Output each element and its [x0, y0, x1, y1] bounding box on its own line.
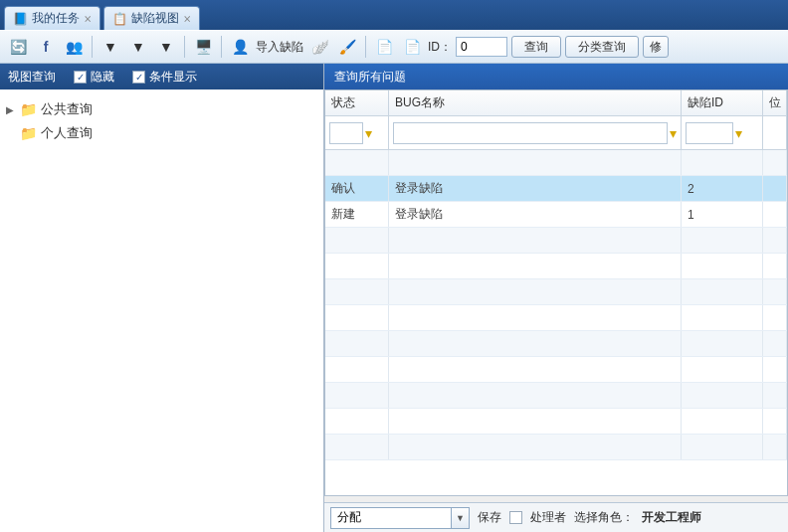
col-defect-id[interactable]: 缺陷ID — [682, 90, 763, 115]
doc-delete-icon[interactable]: 📄 — [400, 35, 424, 59]
action-combo[interactable]: ▼ — [330, 507, 470, 529]
sidebar: 视图查询 隐藏 条件显示 ▶ 📁 公共查询 📁 个人查询 — [0, 64, 324, 532]
cell-id: 1 — [682, 202, 763, 227]
tree-item-personal-query[interactable]: 📁 个人查询 — [6, 121, 317, 145]
edit-button[interactable]: 修 — [643, 36, 669, 58]
brush-icon[interactable]: 🖌️ — [335, 35, 359, 59]
save-button[interactable]: 保存 — [478, 509, 501, 526]
separator — [221, 36, 222, 58]
grid-body[interactable]: 确认 登录缺陷 2 新建 登录缺陷 1 — [325, 150, 787, 495]
wing-icon[interactable]: 🪽 — [307, 35, 331, 59]
tree: ▶ 📁 公共查询 📁 个人查询 — [0, 89, 323, 153]
monitor-icon[interactable]: 🖥️ — [191, 35, 215, 59]
cell-status: 确认 — [325, 176, 389, 201]
cell-id: 2 — [682, 176, 763, 201]
sidebar-title: 视图查询 — [8, 69, 56, 86]
cond-checkbox[interactable] — [132, 71, 145, 84]
separator — [365, 36, 366, 58]
id-label: ID： — [428, 39, 452, 56]
tab-my-tasks[interactable]: 📘 我的任务 ⨯ — [4, 6, 100, 30]
table-row — [325, 435, 787, 460]
tab-label: 缺陷视图 — [131, 10, 179, 27]
filter-remove-icon[interactable]: ▼ — [126, 35, 150, 59]
table-row — [325, 357, 787, 383]
tree-item-public-query[interactable]: ▶ 📁 公共查询 — [6, 97, 317, 121]
handler-checkbox[interactable] — [509, 511, 522, 524]
table-row[interactable]: 新建 登录缺陷 1 — [325, 202, 787, 228]
bottom-bar: ▼ 保存 处理者 选择角色： 开发工程师 — [324, 502, 788, 532]
main-split: 视图查询 隐藏 条件显示 ▶ 📁 公共查询 📁 个人查询 查询所 — [0, 64, 788, 532]
hide-label: 隐藏 — [91, 69, 114, 86]
bug-icon: 📋 — [112, 12, 127, 26]
toolbar: 🔄 f 👥 ▼ ▼ ▼ 🖥️ 👤 导入缺陷 🪽 🖌️ 📄 📄 ID： 查询 分类… — [0, 30, 788, 64]
col-extra[interactable]: 位 — [763, 90, 787, 115]
folder-icon: 📁 — [20, 125, 37, 141]
separator — [92, 36, 93, 58]
tab-defect-view[interactable]: 📋 缺陷视图 ⨯ — [103, 6, 200, 30]
chevron-down-icon[interactable]: ▼ — [451, 508, 469, 528]
filter-status-input[interactable] — [329, 122, 363, 144]
close-icon[interactable]: ⨯ — [183, 13, 191, 24]
table-row — [325, 331, 787, 357]
separator — [184, 36, 185, 58]
funnel-icon[interactable]: ▾ — [365, 125, 372, 141]
tab-label: 我的任务 — [32, 10, 80, 27]
table-row — [325, 150, 787, 176]
group-icon[interactable]: 👥 — [62, 35, 86, 59]
grid-header: 状态 BUG名称 缺陷ID 位 — [325, 90, 787, 116]
id-input[interactable] — [456, 37, 507, 57]
query-button[interactable]: 查询 — [511, 36, 561, 58]
category-query-button[interactable]: 分类查询 — [565, 36, 639, 58]
table-row — [325, 383, 787, 409]
filter-id-input[interactable] — [686, 122, 733, 144]
table-row — [325, 305, 787, 331]
table-row — [325, 409, 787, 435]
funnel-icon[interactable]: ▾ — [735, 125, 742, 141]
grid-filter-row: ▾ ▾ ▾ — [325, 116, 787, 150]
refresh-icon[interactable]: 🔄 — [6, 35, 30, 59]
role-value[interactable]: 开发工程师 — [642, 509, 701, 526]
task-icon: 📘 — [13, 12, 28, 26]
facebook-icon[interactable]: f — [34, 35, 58, 59]
filter-clear-icon[interactable]: ▼ — [154, 35, 178, 59]
hide-checkbox[interactable] — [74, 71, 87, 84]
close-icon[interactable]: ⨯ — [84, 13, 92, 24]
right-panel: 查询所有问题 状态 BUG名称 缺陷ID 位 ▾ ▾ — [324, 64, 788, 532]
filter-add-icon[interactable]: ▼ — [98, 35, 122, 59]
sidebar-header: 视图查询 隐藏 条件显示 — [0, 64, 323, 89]
panel-header: 查询所有问题 — [324, 64, 788, 89]
panel-title: 查询所有问题 — [334, 69, 406, 86]
doc-new-icon[interactable]: 📄 — [372, 35, 396, 59]
table-row — [325, 254, 787, 279]
tabs-bar: 📘 我的任务 ⨯ 📋 缺陷视图 ⨯ — [0, 0, 788, 30]
cond-label: 条件显示 — [149, 69, 197, 86]
handler-label: 处理者 — [530, 509, 566, 526]
role-label: 选择角色： — [574, 509, 634, 526]
action-combo-input[interactable] — [331, 508, 451, 528]
cell-name: 登录缺陷 — [389, 176, 682, 201]
cell-status: 新建 — [325, 202, 389, 227]
filter-name-input[interactable] — [393, 122, 668, 144]
col-status[interactable]: 状态 — [325, 90, 389, 115]
folder-icon: 📁 — [20, 101, 37, 117]
table-row — [325, 228, 787, 254]
col-bug-name[interactable]: BUG名称 — [389, 90, 682, 115]
import-label[interactable]: 导入缺陷 — [256, 39, 303, 56]
cell-name: 登录缺陷 — [389, 202, 682, 227]
table-row — [325, 279, 787, 305]
tree-item-label: 公共查询 — [41, 100, 93, 118]
user-add-icon[interactable]: 👤 — [228, 35, 252, 59]
tree-item-label: 个人查询 — [41, 124, 93, 142]
table-row[interactable]: 确认 登录缺陷 2 — [325, 176, 787, 202]
expand-icon[interactable]: ▶ — [6, 104, 16, 115]
data-grid: 状态 BUG名称 缺陷ID 位 ▾ ▾ ▾ — [324, 89, 788, 496]
funnel-icon[interactable]: ▾ — [670, 125, 677, 141]
